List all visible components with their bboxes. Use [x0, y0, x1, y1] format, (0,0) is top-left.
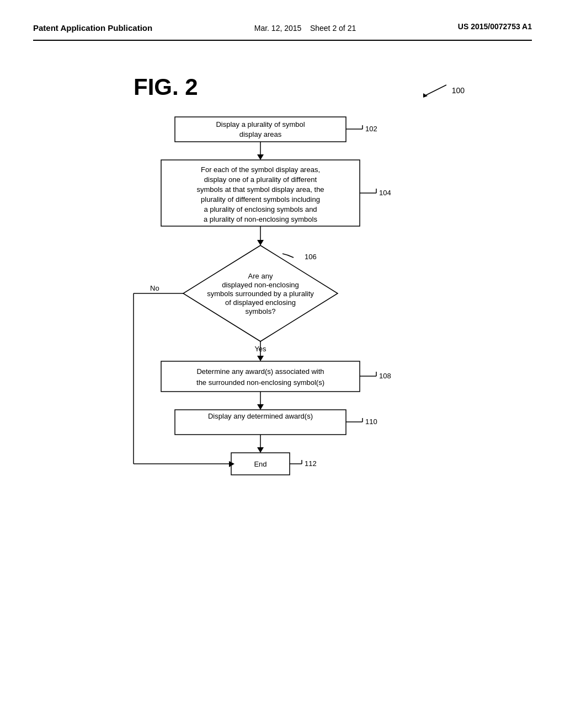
svg-rect-32 — [161, 361, 360, 392]
svg-text:106: 106 — [305, 253, 317, 261]
svg-text:108: 108 — [379, 372, 391, 380]
svg-text:110: 110 — [365, 417, 377, 426]
ref-100-arrow-icon — [419, 82, 452, 99]
publication-date: Mar. 12, 2015 — [254, 24, 302, 33]
header-right: US 2015/0072753 A1 — [458, 22, 532, 31]
svg-text:displayed non-enclosing: displayed non-enclosing — [222, 281, 299, 289]
svg-marker-46 — [257, 447, 264, 453]
header: Patent Application Publication Mar. 12, … — [33, 22, 532, 41]
svg-text:Display a plurality of symbol: Display a plurality of symbol — [216, 120, 305, 129]
svg-text:of displayed enclosing: of displayed enclosing — [225, 298, 296, 307]
figure-title: FIG. 2 — [134, 74, 198, 100]
svg-marker-1 — [423, 93, 428, 98]
svg-text:104: 104 — [379, 189, 391, 197]
svg-marker-9 — [257, 154, 264, 160]
svg-text:Determine any award(s) associa: Determine any award(s) associated with — [196, 367, 324, 376]
svg-text:102: 102 — [365, 125, 377, 133]
svg-text:Are any: Are any — [248, 272, 273, 280]
svg-text:Display any determined award(s: Display any determined award(s) — [208, 412, 313, 420]
sheet-info: Sheet 2 of 21 — [310, 24, 356, 33]
page: Patent Application Publication Mar. 12, … — [0, 0, 565, 728]
svg-text:display one of a plurality of : display one of a plurality of different — [204, 175, 317, 184]
svg-text:a plurality of non-enclosing s: a plurality of non-enclosing symbols — [204, 215, 317, 223]
svg-text:the surrounded non-enclosing s: the surrounded non-enclosing symbol(s) — [196, 378, 324, 387]
svg-text:End: End — [254, 460, 266, 468]
svg-text:symbols?: symbols? — [246, 307, 276, 315]
svg-text:a plurality of enclosing symbo: a plurality of enclosing symbols and — [204, 205, 317, 213]
ref-100-label: 100 — [452, 86, 465, 95]
header-left: Patent Application Publication — [33, 22, 152, 34]
svg-line-0 — [424, 85, 446, 96]
svg-marker-31 — [257, 356, 264, 361]
patent-publication-label: Patent Application Publication — [33, 23, 152, 33]
svg-text:No: No — [150, 284, 159, 292]
svg-text:symbols at that symbol display: symbols at that symbol display area, the — [196, 185, 324, 194]
svg-text:display areas: display areas — [239, 130, 282, 138]
flowchart-svg: Display a plurality of symbol display ar… — [89, 111, 476, 608]
svg-text:plurality of different symbols: plurality of different symbols including — [201, 195, 320, 204]
svg-text:112: 112 — [305, 459, 317, 468]
patent-number: US 2015/0072753 A1 — [458, 22, 532, 31]
svg-marker-39 — [257, 404, 264, 410]
diagram-area: FIG. 2 100 Display a plurality of symbol… — [33, 74, 532, 610]
svg-marker-21 — [257, 240, 264, 245]
flowchart-container: Display a plurality of symbol display ar… — [89, 111, 476, 610]
svg-text:symbols surrounded by a plural: symbols surrounded by a plurality — [207, 290, 314, 298]
svg-text:For each of the symbol display: For each of the symbol display areas, — [201, 165, 320, 174]
header-center: Mar. 12, 2015 Sheet 2 of 21 — [254, 22, 356, 34]
